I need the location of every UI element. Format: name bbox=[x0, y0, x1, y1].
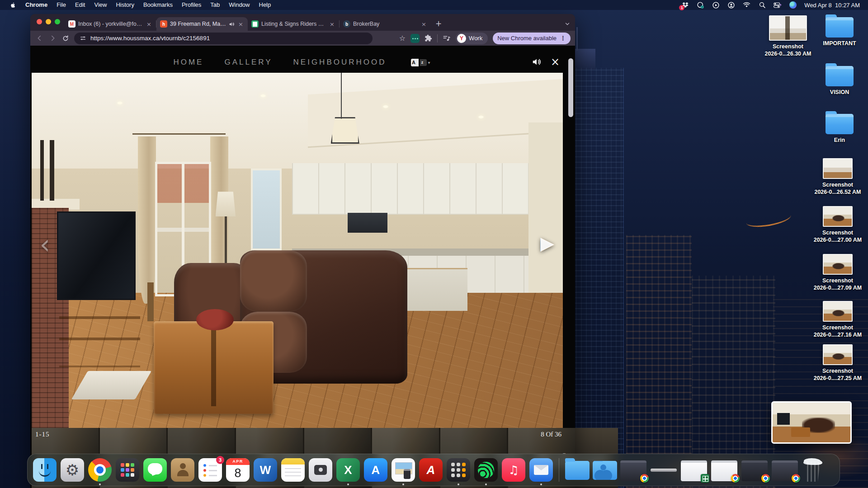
extensions-puzzle-icon[interactable] bbox=[425, 34, 432, 42]
screenshot-thumbnail[interactable] bbox=[823, 158, 853, 179]
url-text[interactable]: https://www.houssmax.ca/vtournb/c2156891 bbox=[90, 35, 210, 42]
screenshot-thumbnail[interactable] bbox=[823, 344, 853, 365]
search-icon[interactable] bbox=[758, 1, 766, 9]
forward-button[interactable] bbox=[48, 34, 57, 43]
tab-audio-icon[interactable] bbox=[229, 21, 235, 27]
desktop-screenshot-5[interactable]: Screenshot 2026-0....27.16 AM bbox=[810, 301, 865, 338]
translate-icon[interactable]: A z ▾ bbox=[411, 59, 432, 66]
dock-chrome[interactable] bbox=[88, 458, 112, 482]
screenshot-thumbnail[interactable] bbox=[769, 15, 807, 41]
dock-user-folder[interactable] bbox=[593, 458, 616, 482]
dock-calculator[interactable] bbox=[447, 458, 470, 482]
tab-close-icon[interactable]: × bbox=[420, 21, 427, 28]
profile-chip[interactable]: Y Work bbox=[456, 33, 488, 44]
menu-edit[interactable]: Edit bbox=[71, 0, 90, 10]
dock-preview[interactable] bbox=[392, 458, 415, 482]
tab-close-icon[interactable]: × bbox=[329, 21, 335, 28]
reload-button[interactable] bbox=[61, 34, 70, 43]
dock-notes[interactable] bbox=[281, 458, 305, 482]
dock-mail[interactable] bbox=[529, 458, 553, 482]
desktop-screenshot-2[interactable]: Screenshot 2026-0...26.52 AM bbox=[810, 158, 865, 196]
nav-home[interactable]: HOME bbox=[173, 58, 203, 67]
adobe-cc-icon[interactable] bbox=[697, 1, 704, 9]
tour-close-icon[interactable]: × bbox=[551, 56, 560, 67]
address-bar[interactable]: https://www.houssmax.ca/vtournb/c2156891 bbox=[74, 33, 373, 44]
control-center-icon[interactable] bbox=[774, 1, 781, 9]
tab-listing-signs[interactable]: Listing & Signs Riders main - × bbox=[248, 17, 339, 31]
dock-contacts[interactable] bbox=[171, 458, 194, 482]
dock-minimized-excel-window[interactable] bbox=[681, 460, 707, 481]
new-tab-button[interactable]: + bbox=[431, 19, 446, 31]
desktop-folder-erin[interactable]: Erin bbox=[812, 114, 867, 144]
apple-menu-icon[interactable] bbox=[5, 2, 21, 9]
dock-word[interactable]: W bbox=[254, 458, 277, 482]
dock-minimized-chrome-window[interactable] bbox=[741, 460, 768, 481]
tour-sound-icon[interactable] bbox=[532, 57, 542, 67]
play-button[interactable]: ▶ bbox=[540, 233, 554, 253]
back-button[interactable] bbox=[35, 34, 44, 43]
bookmark-star-icon[interactable]: ☆ bbox=[399, 34, 406, 42]
dock-music[interactable]: ♫ bbox=[502, 458, 525, 482]
dock-launchpad[interactable] bbox=[116, 458, 139, 482]
screenshot-thumbnail[interactable] bbox=[823, 301, 853, 322]
dock-excel[interactable]: X bbox=[336, 458, 360, 482]
dock-system-settings[interactable]: ⚙ bbox=[61, 458, 84, 482]
dock-trash[interactable] bbox=[802, 458, 823, 482]
desktop-folder-important[interactable]: IMPORTANT bbox=[812, 17, 867, 47]
dock-minimized-strip[interactable] bbox=[651, 469, 677, 472]
dock-calendar[interactable]: APR 8 bbox=[226, 458, 250, 482]
dock-finder[interactable] bbox=[33, 458, 57, 482]
desktop-screenshot-1[interactable]: Screenshot 2026-0...26.30 AM bbox=[760, 15, 816, 57]
folder-icon[interactable] bbox=[826, 17, 854, 38]
desktop-screenshot-4[interactable]: Screenshot 2026-0....27.09 AM bbox=[810, 254, 865, 291]
tab-search-chevron-icon[interactable] bbox=[564, 21, 571, 27]
screenshot-thumbnail[interactable] bbox=[823, 206, 853, 227]
browser-menu-kebab-icon[interactable]: ⋮ bbox=[560, 35, 566, 42]
tab-close-icon[interactable]: × bbox=[237, 21, 244, 28]
menu-profiles[interactable]: Profiles bbox=[177, 0, 206, 10]
desktop-screenshot-6[interactable]: Screenshot 2026-0....27.25 AM bbox=[810, 344, 865, 382]
menu-view[interactable]: View bbox=[90, 0, 111, 10]
chrome-update-button[interactable]: New Chrome available ⋮ bbox=[493, 33, 571, 44]
wifi-icon[interactable] bbox=[743, 1, 750, 9]
close-window-button[interactable] bbox=[37, 19, 42, 24]
dock-minimized-chrome-window[interactable] bbox=[772, 460, 798, 481]
folder-icon[interactable] bbox=[826, 114, 854, 134]
desktop-folder-vision[interactable]: VISION bbox=[812, 66, 867, 96]
user-circle-icon[interactable] bbox=[727, 1, 735, 9]
menu-bookmarks[interactable]: Bookmarks bbox=[139, 0, 177, 10]
menu-help[interactable]: Help bbox=[255, 0, 276, 10]
dock-reminders[interactable]: 3 bbox=[198, 458, 222, 482]
dock-minimized-chrome-window[interactable] bbox=[711, 460, 737, 481]
dropbox-icon[interactable]: 1 bbox=[681, 1, 689, 9]
folder-icon[interactable] bbox=[826, 66, 854, 86]
tab-39-freeman-rd[interactable]: h 39 Freeman Rd, Markham × bbox=[156, 17, 248, 31]
pinned-extension-icon[interactable] bbox=[410, 34, 420, 43]
dock-acrobat[interactable]: A bbox=[419, 458, 443, 482]
tab-brokerbay[interactable]: b BrokerBay × bbox=[340, 17, 431, 31]
play-circle-icon[interactable] bbox=[712, 1, 720, 9]
listing-photo[interactable]: ‹ ▶ bbox=[32, 73, 563, 428]
minimize-window-button[interactable] bbox=[46, 19, 51, 24]
tab-close-icon[interactable]: × bbox=[146, 21, 152, 28]
dock-messages[interactable] bbox=[143, 458, 167, 482]
screenshot-preview-float[interactable] bbox=[771, 401, 852, 444]
menu-file[interactable]: File bbox=[52, 0, 71, 10]
siri-icon[interactable] bbox=[789, 1, 797, 9]
menu-window[interactable]: Window bbox=[224, 0, 254, 10]
media-controls-icon[interactable] bbox=[443, 34, 451, 42]
site-info-tune-icon[interactable] bbox=[80, 35, 86, 42]
dock-downloads-folder[interactable] bbox=[565, 458, 589, 482]
screenshot-thumbnail[interactable] bbox=[823, 254, 853, 275]
zoom-window-button[interactable] bbox=[55, 19, 60, 24]
dock-spotify[interactable] bbox=[474, 458, 498, 482]
menu-history[interactable]: History bbox=[111, 0, 138, 10]
dock-minimized-chrome-window[interactable] bbox=[620, 460, 646, 481]
desktop-screenshot-3[interactable]: Screenshot 2026-0....27.00 AM bbox=[810, 206, 865, 244]
dock-app-store[interactable]: A bbox=[364, 458, 387, 482]
nav-gallery[interactable]: GALLERY bbox=[224, 58, 272, 67]
menu-app-name[interactable]: Chrome bbox=[21, 0, 52, 10]
page-scrollbar[interactable] bbox=[568, 58, 573, 117]
menu-tab[interactable]: Tab bbox=[206, 0, 224, 10]
previous-photo-arrow[interactable]: ‹ bbox=[40, 229, 50, 260]
